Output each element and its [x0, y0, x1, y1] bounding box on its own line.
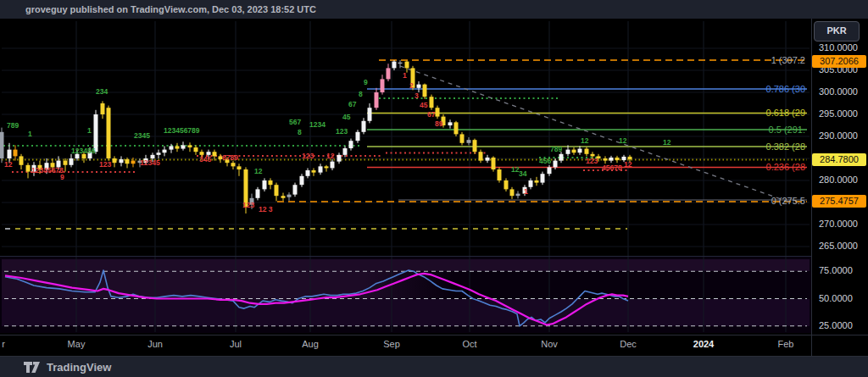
candle-body	[131, 161, 136, 164]
td-count-red: 12	[4, 160, 13, 169]
rsi-axis-label: 25.0000	[819, 320, 853, 330]
td-count-red: 123	[99, 160, 111, 169]
candle-body	[535, 180, 539, 183]
tradingview-logo-icon[interactable]	[24, 362, 40, 373]
candle-body	[554, 161, 558, 168]
candle-body	[504, 180, 509, 189]
candle-body	[423, 85, 427, 97]
time-axis[interactable]: rMayJunJulAugSepOctNovDec2024Feb	[0, 335, 811, 356]
td-count-green: 45	[342, 113, 351, 121]
currency-toggle-button[interactable]: PKR	[814, 21, 860, 42]
td-count-red: 67	[427, 110, 436, 119]
candle-body	[337, 155, 342, 162]
time-axis-label: 2024	[693, 339, 714, 349]
candle-body	[275, 185, 279, 196]
candle-body	[609, 158, 614, 161]
price-axis-label: 270.0000	[819, 219, 858, 229]
price-badge: 307.2066	[812, 55, 866, 68]
rsi-band-middle	[2, 271, 810, 299]
candle-body	[548, 167, 552, 174]
td-count-green: 1	[87, 126, 92, 135]
candle-body	[163, 150, 167, 153]
time-axis-label: Feb	[778, 339, 794, 349]
candle-body	[368, 108, 372, 121]
chart-canvas[interactable]: 7891123412345623451234567891256781234123…	[0, 19, 811, 335]
candle-body	[510, 189, 515, 196]
candle-body	[325, 166, 329, 168]
candle-body	[19, 156, 24, 164]
candle-body	[387, 68, 391, 79]
time-axis-label: Aug	[302, 339, 319, 349]
footer-bar: TradingView	[0, 356, 868, 377]
rsi-axis-label: 50.0000	[819, 293, 853, 303]
candle-body	[417, 85, 421, 88]
candle-body	[591, 154, 595, 157]
td-count-green: 12	[619, 136, 627, 145]
candle-body	[120, 159, 124, 163]
currency-label: PKR	[826, 25, 846, 36]
candle-body	[356, 132, 360, 141]
candle-body	[604, 158, 608, 161]
candle-body	[566, 150, 570, 154]
td-count-green: 1234	[309, 120, 326, 129]
td-count-red: 45	[420, 101, 428, 109]
candle-body	[125, 159, 130, 164]
candle-body	[312, 170, 316, 173]
time-axis-label: r	[2, 339, 5, 349]
trendline[interactable]	[400, 66, 788, 202]
td-count-green: 123	[336, 127, 348, 136]
fib-level-label: 0.382 (28	[766, 141, 805, 152]
td-count-green: 9	[364, 78, 368, 86]
price-axis-label: 310.0000	[819, 42, 858, 53]
price-axis-label: 280.0000	[819, 175, 858, 185]
td-count-red: 1	[524, 187, 528, 196]
price-axis-label: 265.0000	[819, 241, 858, 251]
time-axis-label: May	[68, 339, 86, 349]
td-count-red: 2	[409, 81, 414, 90]
candle-body	[157, 152, 161, 155]
candle-body	[585, 149, 589, 154]
price-axis-label: 290.0000	[819, 130, 858, 141]
candle-body	[615, 158, 620, 160]
tradingview-brand-text[interactable]: TradingView	[47, 361, 111, 374]
candle-body	[113, 158, 117, 163]
td-count-red: 6789	[222, 153, 238, 162]
candle-body	[237, 166, 242, 169]
candle-body	[343, 148, 348, 155]
candle-body	[381, 79, 385, 92]
td-count-green: 12	[581, 136, 589, 145]
td-count-green: 567	[289, 118, 301, 126]
candle-body	[319, 166, 323, 172]
td-count-red: 12	[326, 152, 335, 160]
fib-level-label: 0.5 (291.	[769, 125, 805, 135]
rsi-band-lower	[2, 299, 810, 326]
fib-level-label: 1 (307.2	[771, 55, 805, 65]
candle-body	[281, 196, 286, 198]
candle-body	[572, 150, 576, 153]
td-count-red: 9	[60, 173, 64, 181]
td-count-red: 89	[435, 119, 443, 128]
candle-body	[306, 170, 310, 176]
candle-body	[331, 162, 335, 169]
candle-body	[486, 158, 490, 161]
candle-body	[101, 103, 105, 114]
td-count-green: 2345	[134, 131, 150, 140]
candle-body	[578, 149, 582, 153]
candle-body	[26, 165, 31, 172]
price-axis-label: 300.0000	[819, 86, 858, 97]
candle-body	[529, 180, 533, 187]
candle-body	[479, 152, 483, 160]
pane-separator[interactable]	[0, 256, 811, 257]
candle-body	[436, 108, 440, 116]
price-badge: 284.7800	[812, 153, 866, 166]
attribution-bar: groveguy published on TradingView.com, D…	[0, 0, 868, 19]
td-count-green: 456	[539, 157, 551, 165]
td-count-green: 123456789	[164, 126, 200, 135]
candle-body	[293, 185, 298, 194]
td-count-red: 12345	[140, 158, 160, 167]
fib-level-label: 0.236 (28	[766, 162, 805, 172]
td-count-red: 12	[624, 160, 632, 169]
candle-body	[398, 63, 403, 64]
price-axis[interactable]: 310.0000305.0000300.0000295.0000290.0000…	[812, 19, 868, 335]
time-axis-label: Jun	[147, 339, 163, 349]
